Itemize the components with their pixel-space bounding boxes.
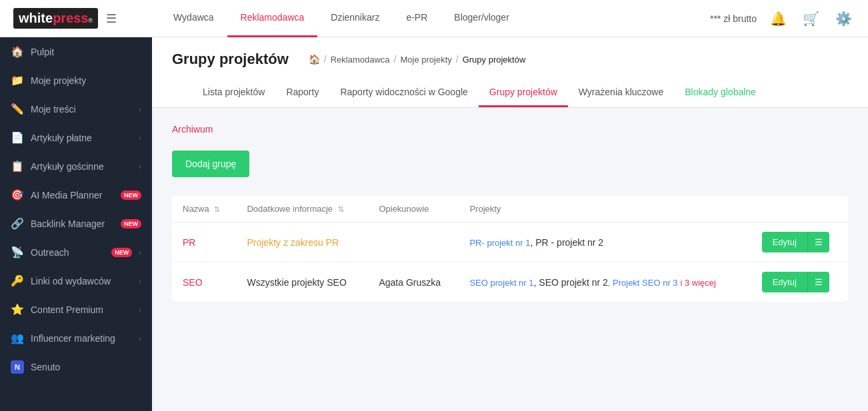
table-row: SEO Wszystkie projekty SEO Agata Gruszka… <box>172 262 848 302</box>
row-opiekunowie-pr <box>368 222 459 262</box>
new-badge-outreach: NEW <box>111 248 132 257</box>
row-projects-seo: SEO projekt nr 1, SEO projekt nr 2, Proj… <box>459 262 751 302</box>
sidebar-item-content-premium[interactable]: ⭐ Content Premium › <box>0 295 152 324</box>
tab-reklamodawca[interactable]: Reklamodawca <box>227 0 318 37</box>
row-name-pr: PR <box>172 222 236 262</box>
row-name-seo: SEO <box>172 262 236 302</box>
edit-button-seo[interactable]: Edytuj <box>762 272 807 292</box>
project-link-seo3[interactable]: , Projekt SEO nr 3 <box>608 278 678 288</box>
settings-button[interactable]: ⚙️ <box>833 8 855 29</box>
main-layout: 🏠 Pulpit 📁 Moje projekty ✏️ Moje treści … <box>0 37 868 411</box>
sidebar-label-backlink-manager: Backlink Manager <box>31 218 114 229</box>
sort-icon-name: ⇅ <box>214 205 220 213</box>
menu-button-seo[interactable]: ☰ <box>807 272 829 292</box>
page-title: Grupy projektów <box>172 51 289 68</box>
group-name-link-pr[interactable]: PR <box>183 237 195 248</box>
sub-tab-raporty[interactable]: Raporty <box>275 79 329 107</box>
sidebar-item-artykuly-platne[interactable]: 📄 Artykuły płatne › <box>0 123 152 152</box>
top-nav-tabs: Wydawca Reklamodawca Dziennikarz e-PR Bl… <box>160 0 710 37</box>
add-group-button[interactable]: Dodaj grupę <box>172 151 249 177</box>
tab-epr[interactable]: e-PR <box>393 0 441 37</box>
sub-tabs: Lista projektów Raporty Raporty widoczno… <box>172 79 848 107</box>
sidebar-label-influencer-marketing: Influencer marketing <box>31 333 132 344</box>
chevron-right-icon-7: › <box>139 334 141 342</box>
sub-tab-raporty-widocznosci[interactable]: Raporty widoczności w Google <box>329 79 478 107</box>
main-content: Grupy projektów 🏠 / Reklamodawca / Moje … <box>152 37 868 411</box>
sidebar-item-influencer-marketing[interactable]: 👥 Influencer marketing › <box>0 324 152 352</box>
sidebar-item-linki-od-wydawcow[interactable]: 🔑 Linki od wydawców › <box>0 266 152 295</box>
row-projects-pr: PR- projekt nr 1, PR - projekt nr 2 <box>459 222 751 262</box>
chevron-right-icon: › <box>139 105 141 113</box>
col-opiekunowie: Opiekunowie <box>368 196 459 222</box>
tab-wydawca[interactable]: Wydawca <box>160 0 227 37</box>
sidebar-label-linki-od-wydawcow: Linki od wydawców <box>31 276 132 286</box>
col-actions <box>751 196 848 222</box>
outreach-icon: 📡 <box>11 246 24 258</box>
sidebar-label-artykuly-goscinne: Artykuły gościnne <box>31 161 132 172</box>
sidebar-item-artykuly-goscinne[interactable]: 📋 Artykuły gościnne › <box>0 152 152 181</box>
new-badge-backlink: NEW <box>121 219 141 228</box>
price-label: *** zł brutto <box>710 13 757 24</box>
row-opiekunowie-seo: Agata Gruszka <box>368 262 459 302</box>
clipboard-icon: 📋 <box>11 160 24 173</box>
breadcrumb-home-icon: 🏠 <box>309 54 320 65</box>
project-link-seo1[interactable]: SEO projekt nr 1 <box>469 278 533 288</box>
chevron-right-icon-3: › <box>139 163 141 171</box>
col-info: Dodatkowe informacje ⇅ <box>236 196 368 222</box>
sidebar-label-content-premium: Content Premium <box>31 304 132 315</box>
edit-button-pr[interactable]: Edytuj <box>762 232 807 252</box>
hamburger-menu[interactable]: ☰ <box>106 11 117 26</box>
chevron-right-icon-5: › <box>139 277 141 285</box>
sidebar-item-senuto[interactable]: N Senuto <box>0 352 152 382</box>
row-actions-pr: Edytuj ☰ <box>751 222 848 262</box>
logo: whitepress® <box>13 8 98 29</box>
sidebar-item-moje-tresci[interactable]: ✏️ Moje treści › <box>0 95 152 123</box>
sidebar-label-ai-media-planner: AI Media Planner <box>31 190 114 201</box>
project-text-pr2: , PR - projekt nr 2 <box>530 237 603 248</box>
action-group-seo: Edytuj ☰ <box>762 272 837 292</box>
breadcrumb-reklamodawca[interactable]: Reklamodawca <box>331 55 390 65</box>
add-group-section: Dodaj grupę <box>172 151 848 196</box>
sidebar-item-moje-projekty[interactable]: 📁 Moje projekty <box>0 66 152 95</box>
row-info-pr: Projekty z zakresu PR <box>236 222 368 262</box>
archive-link[interactable]: Archiwum <box>172 124 213 135</box>
sidebar-item-outreach[interactable]: 📡 Outreach NEW › <box>0 238 152 266</box>
sidebar: 🏠 Pulpit 📁 Moje projekty ✏️ Moje treści … <box>0 37 152 411</box>
breadcrumb-current: Grupy projektów <box>463 55 526 65</box>
sidebar-item-backlink-manager[interactable]: 🔗 Backlink Manager NEW <box>0 209 152 238</box>
more-projects-link-seo[interactable]: i 3 więcej <box>680 278 715 288</box>
sub-tab-wyrazenia[interactable]: Wyrażenia kluczowe <box>568 79 674 107</box>
projects-list-seo: SEO projekt nr 1, SEO projekt nr 2, Proj… <box>469 277 716 288</box>
chevron-right-icon-6: › <box>139 306 141 314</box>
home-icon: 🏠 <box>11 45 24 58</box>
group-info-pr[interactable]: Projekty z zakresu PR <box>247 237 339 248</box>
sub-tab-blokady[interactable]: Blokady globalne <box>674 79 767 107</box>
sidebar-label-pulpit: Pulpit <box>31 47 141 57</box>
cart-button[interactable]: 🛒 <box>800 8 822 29</box>
sidebar-label-artykuly-platne: Artykuły płatne <box>31 133 132 143</box>
groups-table: Nazwa ⇅ Dodatkowe informacje ⇅ Opiekunow… <box>172 196 848 302</box>
users-icon: 👥 <box>11 332 24 344</box>
breadcrumb-sep-3: / <box>456 54 459 65</box>
logo-area: whitepress® ☰ <box>13 8 160 29</box>
projects-list-pr: PR- projekt nr 1, PR - projekt nr 2 <box>469 237 603 248</box>
notifications-button[interactable]: 🔔 <box>767 8 789 29</box>
breadcrumb-sep-2: / <box>394 54 397 65</box>
breadcrumb-moje-projekty[interactable]: Moje projekty <box>400 55 451 65</box>
tab-dziennikarz[interactable]: Dziennikarz <box>317 0 393 37</box>
menu-button-pr[interactable]: ☰ <box>807 232 829 252</box>
inner-content: Archiwum Dodaj grupę Nazwa ⇅ Dodatkowe i… <box>152 108 868 318</box>
breadcrumb: Grupy projektów 🏠 / Reklamodawca / Moje … <box>172 51 848 68</box>
sidebar-item-ai-media-planner[interactable]: 🎯 AI Media Planner NEW <box>0 181 152 209</box>
sidebar-item-pulpit[interactable]: 🏠 Pulpit <box>0 37 152 66</box>
star-icon: ⭐ <box>11 303 24 316</box>
target-icon: 🎯 <box>11 189 24 201</box>
top-navigation: whitepress® ☰ Wydawca Reklamodawca Dzien… <box>0 0 868 37</box>
col-name: Nazwa ⇅ <box>172 196 236 222</box>
project-link-pr1[interactable]: PR- projekt nr 1 <box>469 238 530 248</box>
sub-tab-grupy[interactable]: Grupy projektów <box>479 79 568 107</box>
group-info-seo: Wszystkie projekty SEO <box>247 277 346 288</box>
tab-bloger[interactable]: Bloger/vloger <box>441 0 523 37</box>
group-name-link-seo[interactable]: SEO <box>183 277 203 288</box>
sub-tab-lista[interactable]: Lista projektów <box>192 79 275 107</box>
